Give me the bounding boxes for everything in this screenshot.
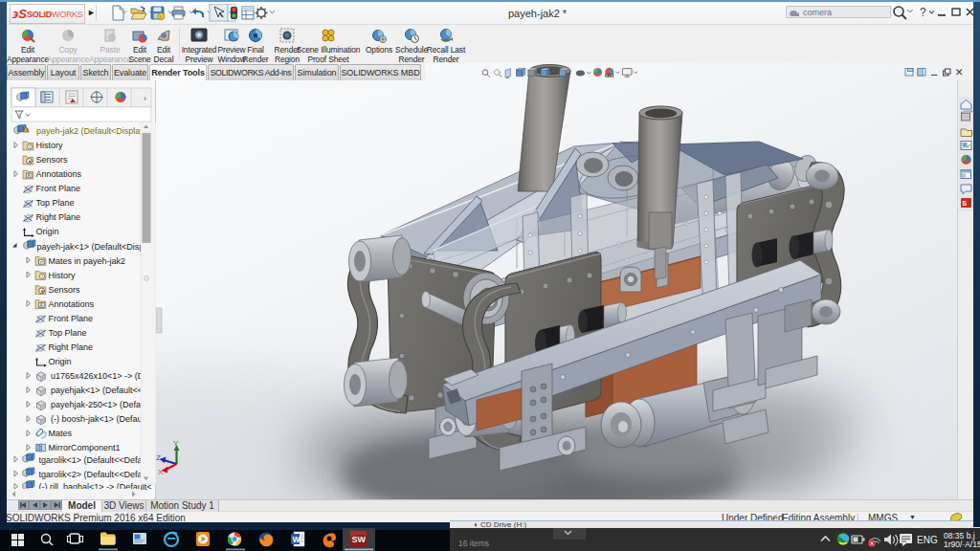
svg-text:Origin: Origin [49,357,72,366]
svg-text:Sensors: Sensors [49,285,81,295]
svg-text:!: ! [27,127,29,133]
svg-text:Annotations: Annotations [36,169,82,179]
svg-text:Front Plane: Front Plane [36,184,81,193]
svg-text:payeh-jak<1> (Default<Display: payeh-jak<1> (Default<Display [37,242,156,252]
svg-text:Mates: Mates [49,429,73,438]
svg-text:MirrorComponent1: MirrorComponent1 [49,443,121,452]
svg-text:History: History [49,271,77,280]
svg-text:Right Plane: Right Plane [49,342,94,352]
svg-text:Annotations: Annotations [49,299,95,309]
svg-text:SOLID: SOLID [27,10,53,19]
svg-text:payehjak<1> (Default<<Defɑ: payehjak<1> (Default<<Defɑ [51,386,156,395]
svg-text:Front Plane: Front Plane [49,314,94,323]
svg-text:u1765x426x10<1> -> (Defau: u1765x426x10<1> -> (Defau [51,371,156,381]
svg-text:Origin: Origin [36,227,59,236]
svg-text:?: ? [920,6,926,19]
svg-text:S: S [962,200,967,207]
svg-text:tgarolik<2> (Default<<Default>: tgarolik<2> (Default<<Default> [39,470,157,479]
svg-text:History: History [36,141,64,150]
svg-text:Sensors: Sensors [36,155,69,165]
svg-text:SW: SW [352,535,367,544]
svg-text:W: W [293,535,301,544]
svg-text:WORKS: WORKS [52,10,83,19]
svg-text:Right Plane: Right Plane [36,212,81,222]
svg-text:϶S: ϶S [11,7,27,21]
svg-text:1r90/·A/15: 1r90/·A/15 [944,540,980,549]
svg-text:Mates in payeh-jak2: Mates in payeh-jak2 [49,256,126,266]
svg-text:tgarolik<1> (Default<<Default>: tgarolik<1> (Default<<Default> [39,455,157,465]
svg-text:ENG: ENG [917,535,938,545]
svg-text:Top Plane: Top Plane [49,328,87,338]
svg-text:payehjak-250<1> (Default<<: payehjak-250<1> (Default<< [51,400,156,409]
svg-text:›: › [144,94,146,103]
svg-text:Top Plane: Top Plane [36,198,75,208]
svg-text:payeh-jak2 (Default<Display S: payeh-jak2 (Default<Display Stɑ [36,126,156,136]
svg-text:(-) boosh-jak<1> (Default<<: (-) boosh-jak<1> (Default<< [51,414,156,424]
